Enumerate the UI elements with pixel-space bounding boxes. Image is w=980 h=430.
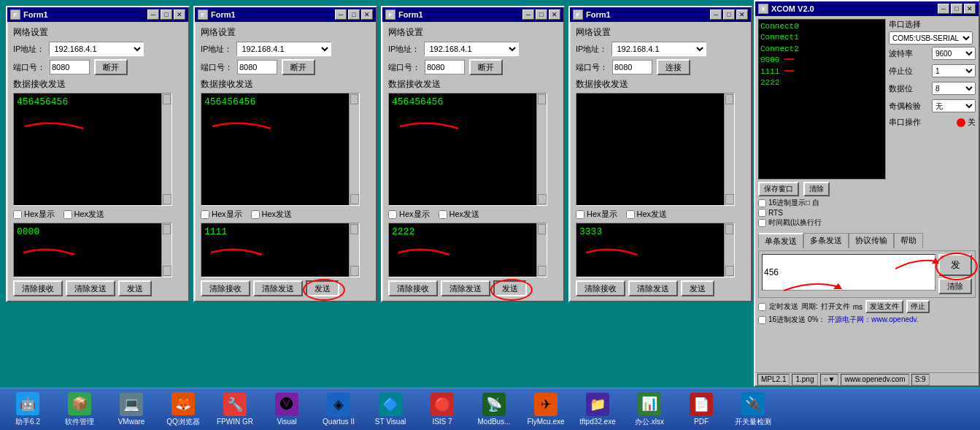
taskbar-icon-7: 🔷 (379, 393, 402, 416)
minimize-btn-3[interactable]: ─ (522, 9, 534, 20)
hex-send-checkbox-2[interactable] (251, 210, 260, 219)
clear-recv-btn-1[interactable]: 清除接收 (13, 280, 63, 296)
maximize-btn-2[interactable]: □ (348, 9, 360, 20)
send-scrollbar-3[interactable] (536, 223, 547, 277)
port-input-3[interactable] (425, 60, 465, 74)
maximize-btn-3[interactable]: □ (536, 9, 547, 20)
send-btn-1[interactable]: 发送 (118, 280, 152, 296)
maximize-btn-4[interactable]: □ (723, 9, 735, 20)
clear-recv-btn-2[interactable]: 清除接收 (201, 280, 250, 296)
recv-scrollbar-1[interactable] (161, 93, 171, 205)
stop-btn[interactable]: 停止 (906, 300, 930, 313)
taskbar-item-12[interactable]: 📊 办公.xlsx (625, 391, 674, 429)
clear-btn[interactable]: 清除 (803, 182, 830, 196)
timestamp-checkbox[interactable] (758, 219, 766, 227)
toggle-btn-1[interactable]: 断开 (94, 59, 128, 75)
recv-scrollbar-3[interactable] (536, 93, 547, 205)
taskbar-item-9[interactable]: 📡 ModBus... (469, 391, 519, 429)
port-input-4[interactable] (612, 60, 652, 74)
port-select[interactable]: COM5:USB-SERIAL (889, 31, 973, 45)
hex-display-checkbox-3[interactable] (388, 210, 397, 219)
close-btn-3[interactable]: ✕ (549, 9, 560, 20)
clear-send-btn-1[interactable]: 清除发送 (66, 280, 115, 296)
tab-protocol[interactable]: 协议传输 (849, 233, 894, 248)
toggle-btn-2[interactable]: 断开 (282, 59, 315, 75)
hex-display-wrapper-3: Hex显示 (388, 209, 430, 220)
xcom-status-bar: MPL2.1 1.png ○ ▼ www.openedv.com S:9 (755, 372, 979, 385)
xcom-send-btn[interactable]: 发 (938, 254, 972, 276)
taskbar-icon-4: 🔧 (223, 393, 247, 416)
send-input[interactable]: 456 (762, 254, 935, 291)
send-underline-4 (582, 242, 641, 260)
send-scrollbar-4[interactable] (724, 223, 734, 277)
parity-select[interactable]: 无 (932, 99, 976, 112)
baud-select[interactable]: 9600 (932, 47, 976, 60)
hex-send-checkbox-3[interactable] (439, 210, 447, 219)
recv-scrollbar-4[interactable] (724, 93, 734, 205)
clear-send-btn-4[interactable]: 清除发送 (628, 280, 678, 296)
send-scrollbar-2[interactable] (349, 223, 359, 277)
taskbar-icon-13: 📄 (690, 393, 713, 416)
taskbar-item-1[interactable]: 📦 软件管理 (55, 391, 104, 429)
xcom-maximize-btn[interactable]: □ (951, 4, 962, 14)
hex-display-checkbox-4[interactable] (576, 210, 584, 219)
form-body-3: 网络设置 IP地址： 192.168.4.1 端口号： 断开 数据接收发送 45… (382, 22, 563, 301)
taskbar-item-6[interactable]: ◈ Quartus II (314, 391, 363, 429)
maximize-btn-1[interactable]: □ (161, 9, 172, 20)
send-btn-4[interactable]: 发送 (681, 280, 714, 296)
xcom-minimize-btn[interactable]: ─ (938, 4, 949, 14)
ip-select-1[interactable]: 192.168.4.1 (49, 42, 144, 56)
send-scrollbar-1[interactable] (161, 223, 171, 277)
close-btn-2[interactable]: ✕ (361, 9, 373, 20)
port-input-1[interactable] (50, 60, 90, 74)
save-window-btn[interactable]: 保存窗口 (758, 182, 799, 196)
timed-send-checkbox[interactable] (758, 303, 766, 311)
port-label-4: 端口号： (576, 62, 608, 73)
recv-scrollbar-2[interactable] (349, 93, 359, 205)
toggle-btn-3[interactable]: 断开 (469, 59, 503, 75)
stop-select[interactable]: 1 (932, 64, 976, 77)
taskbar-item-2[interactable]: 💻 VMware (107, 391, 156, 429)
taskbar-item-7[interactable]: 🔷 ST Visual (366, 391, 415, 429)
taskbar-item-4[interactable]: 🔧 FPWIN GR (210, 391, 260, 429)
clear-send-btn-3[interactable]: 清除发送 (441, 280, 490, 296)
taskbar-item-3[interactable]: 🦊 QQ浏览器 (158, 391, 208, 429)
send-btn-2[interactable]: 发送 (306, 280, 339, 296)
title-icon-1: F (10, 9, 20, 20)
ip-select-3[interactable]: 192.168.4.1 (424, 42, 519, 56)
hex16-send-checkbox[interactable] (758, 316, 766, 324)
ip-select-4[interactable]: 192.168.4.1 (611, 42, 706, 56)
port-input-2[interactable] (237, 60, 277, 74)
data-bits-select[interactable]: 8 (932, 82, 976, 95)
hex16-display-checkbox[interactable] (758, 199, 766, 207)
hex-display-checkbox-2[interactable] (201, 210, 209, 219)
tab-single-send[interactable]: 单条发送 (758, 233, 803, 248)
send-btn-3[interactable]: 发送 (493, 280, 527, 296)
taskbar-item-11[interactable]: 📁 tftpd32.exe (573, 391, 622, 429)
close-btn-4[interactable]: ✕ (736, 9, 748, 20)
rts-checkbox[interactable] (758, 209, 766, 217)
xcom-clear-btn[interactable]: 清除 (938, 278, 972, 294)
minimize-btn-2[interactable]: ─ (335, 9, 347, 20)
send-file-btn[interactable]: 发送文件 (865, 300, 903, 313)
minimize-btn-4[interactable]: ─ (710, 9, 722, 20)
tab-help[interactable]: 帮助 (894, 233, 923, 248)
toggle-btn-4[interactable]: 连接 (657, 59, 690, 75)
hex-display-checkbox-1[interactable] (13, 210, 22, 219)
clear-recv-btn-3[interactable]: 清除接收 (388, 280, 438, 296)
tab-multi-send[interactable]: 多条发送 (803, 233, 849, 248)
taskbar-item-5[interactable]: 🅥 Visual (262, 391, 312, 429)
xcom-close-btn[interactable]: ✕ (964, 4, 976, 14)
taskbar-item-14[interactable]: 🔌 开关量检测 (728, 391, 778, 429)
clear-send-btn-2[interactable]: 清除发送 (253, 280, 303, 296)
clear-recv-btn-4[interactable]: 清除接收 (576, 280, 625, 296)
hex-send-checkbox-1[interactable] (63, 210, 72, 219)
taskbar-item-0[interactable]: 🤖 助手6.2 (3, 391, 53, 429)
close-btn-1[interactable]: ✕ (174, 9, 185, 20)
taskbar-item-10[interactable]: ✈ FlyMcu.exe (521, 391, 571, 429)
minimize-btn-1[interactable]: ─ (147, 9, 159, 20)
taskbar-item-8[interactable]: 🔴 ISIS 7 (417, 391, 467, 429)
ip-select-2[interactable]: 192.168.4.1 (236, 42, 331, 56)
taskbar-item-13[interactable]: 📄 PDF (676, 391, 726, 429)
hex-send-checkbox-4[interactable] (626, 210, 635, 219)
